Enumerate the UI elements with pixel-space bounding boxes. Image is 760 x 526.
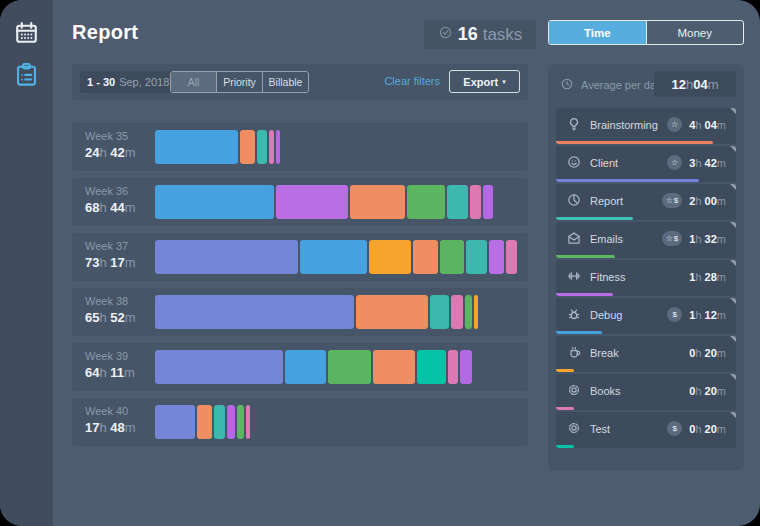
bar-segment-amber[interactable] — [474, 295, 478, 329]
week-total-time: 17h 48m — [85, 420, 136, 435]
badge-star-dollar: ☆$ — [662, 193, 683, 208]
bar-segment-orange[interactable] — [197, 405, 212, 439]
corner-fold-icon — [730, 336, 736, 342]
corner-fold-icon — [730, 184, 736, 190]
task-card[interactable]: Emails☆$1h 32m — [556, 222, 736, 258]
bar-segment-purple[interactable] — [227, 405, 235, 439]
calendar-icon[interactable] — [13, 19, 40, 46]
toggle-time[interactable]: Time — [549, 21, 646, 44]
client-icon — [566, 154, 582, 174]
task-card[interactable]: Test$0h 20m — [556, 412, 736, 448]
export-button[interactable]: Export ▾ — [449, 70, 520, 93]
clear-filters-link[interactable]: Clear filters — [384, 75, 440, 87]
tab-billable[interactable]: Billable — [262, 72, 308, 92]
week-label: Week 3668h 44m — [85, 185, 136, 215]
bar-segment-blue[interactable] — [300, 240, 367, 274]
bar-segment-pink[interactable] — [451, 295, 464, 329]
bar-segment-green[interactable] — [328, 350, 371, 384]
bar-segment-purple[interactable] — [460, 350, 472, 384]
tab-priority[interactable]: Priority — [216, 72, 262, 92]
tab-all[interactable]: All — [171, 72, 216, 92]
bar-segment-indigo[interactable] — [155, 405, 195, 439]
bar-segment-pink[interactable] — [506, 240, 517, 274]
dumbbell-icon — [566, 268, 582, 288]
bar-segment-teal[interactable] — [257, 130, 268, 164]
bar-segment-purple[interactable] — [276, 130, 280, 164]
task-progress-line — [556, 217, 633, 220]
time-money-toggle: Time Money — [548, 20, 744, 45]
bar-segment-blue[interactable] — [155, 130, 238, 164]
bar-segment-indigo[interactable] — [155, 295, 354, 329]
bar-segment-violet[interactable] — [489, 240, 505, 274]
average-value: 12h 04m — [654, 71, 736, 97]
task-card[interactable]: Client☆3h 42m — [556, 146, 736, 182]
task-card[interactable]: Books0h 20m — [556, 374, 736, 410]
average-label: Average per day — [581, 79, 662, 91]
pie-chart-icon — [566, 192, 582, 212]
task-progress-line — [556, 141, 713, 144]
bar-segment-mint[interactable] — [417, 350, 446, 384]
bar-segment-blue[interactable] — [155, 185, 274, 219]
task-card[interactable]: Brainstorming☆4h 04m — [556, 108, 736, 144]
bar-segment-green[interactable] — [440, 240, 464, 274]
week-total-time: 24h 42m — [85, 145, 136, 160]
task-card[interactable]: Break0h 20m — [556, 336, 736, 372]
gear-icon — [566, 420, 582, 440]
week-row: Week 3773h 17m — [72, 233, 528, 281]
bar-segment-green[interactable] — [465, 295, 472, 329]
bar-segment-orange[interactable] — [350, 185, 405, 219]
bar-segment-orange[interactable] — [413, 240, 439, 274]
bar-segment-purple[interactable] — [483, 185, 494, 219]
badge-dollar: $ — [667, 421, 682, 436]
week-name: Week 39 — [85, 350, 135, 362]
bar-segment-pink[interactable] — [246, 405, 250, 439]
task-name: Debug — [590, 298, 622, 331]
clock-icon — [560, 77, 574, 95]
bar-segment-teal[interactable] — [430, 295, 449, 329]
week-label: Week 4017h 48m — [85, 405, 136, 435]
badge-dollar: $ — [667, 307, 682, 322]
task-progress-line — [556, 293, 613, 296]
week-stacked-bar — [155, 405, 250, 439]
week-total-time: 64h 11m — [85, 365, 135, 380]
week-label: Week 3524h 42m — [85, 130, 136, 160]
filter-tabs: All Priority Billable — [170, 71, 309, 93]
weekly-chart: Week 3524h 42mWeek 3668h 44mWeek 3773h 1… — [72, 123, 528, 453]
bar-segment-orange[interactable] — [356, 295, 428, 329]
bar-segment-pink[interactable] — [269, 130, 274, 164]
bar-segment-orange[interactable] — [240, 130, 255, 164]
task-time: 1h 28m — [689, 271, 726, 283]
task-name: Client — [590, 146, 618, 179]
task-name: Test — [590, 412, 610, 445]
bar-segment-teal[interactable] — [466, 240, 486, 274]
bar-segment-green[interactable] — [237, 405, 244, 439]
bar-segment-teal[interactable] — [214, 405, 225, 439]
task-time: 0h 20m — [689, 423, 726, 435]
bar-segment-green[interactable] — [407, 185, 445, 219]
task-progress-line — [556, 407, 574, 410]
task-card[interactable]: Debug$1h 12m — [556, 298, 736, 334]
task-time: 2h 00m — [689, 195, 726, 207]
bar-segment-indigo[interactable] — [155, 350, 283, 384]
task-progress-line — [556, 445, 574, 448]
bar-segment-teal[interactable] — [447, 185, 468, 219]
task-time: 0h 20m — [689, 385, 726, 397]
corner-fold-icon — [730, 298, 736, 304]
task-cards: Brainstorming☆4h 04mClient☆3h 42mReport☆… — [556, 108, 736, 450]
bar-segment-blue[interactable] — [285, 350, 326, 384]
bulb-icon — [566, 116, 582, 136]
task-card[interactable]: Fitness1h 28m — [556, 260, 736, 296]
task-card[interactable]: Report☆$2h 00m — [556, 184, 736, 220]
filter-bar: 1 - 30 Sep, 2018 All Priority Billable C… — [72, 64, 528, 100]
bar-segment-orange[interactable] — [373, 350, 415, 384]
check-circle-icon — [438, 25, 453, 44]
clipboard-icon[interactable] — [13, 61, 40, 88]
bar-segment-indigo[interactable] — [155, 240, 298, 274]
bar-segment-pink[interactable] — [470, 185, 481, 219]
bar-segment-violet[interactable] — [276, 185, 348, 219]
toggle-money[interactable]: Money — [646, 21, 744, 44]
average-per-day-row: Average per day 12h 04m — [548, 64, 744, 104]
bar-segment-pink[interactable] — [448, 350, 458, 384]
week-stacked-bar — [155, 240, 517, 274]
bar-segment-amber[interactable] — [369, 240, 411, 274]
